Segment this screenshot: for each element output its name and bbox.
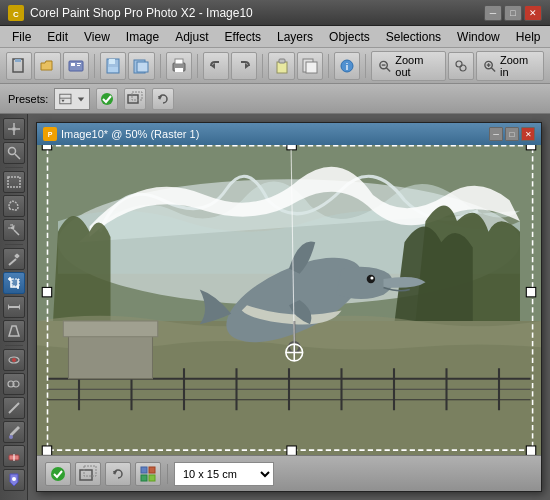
svg-rect-106 [84,466,96,476]
svg-rect-98 [287,446,296,455]
svg-rect-85 [63,321,158,337]
svg-rect-15 [175,68,183,72]
tool-freehand-select[interactable] [3,195,25,217]
tool-pan[interactable] [3,118,25,140]
tool-crop[interactable] [3,272,25,294]
image-minimize-button[interactable]: ─ [489,127,503,141]
main-toolbar: i Zoom out Zoom in [0,48,550,84]
zoom-out-button[interactable]: Zoom out [371,51,445,81]
image-maximize-button[interactable]: □ [505,127,519,141]
info-button[interactable]: i [334,52,360,80]
copy-button[interactable] [297,52,323,80]
print-button[interactable] [166,52,192,80]
title-bar: C Corel Paint Shop Pro Photo X2 - Image1… [0,0,550,26]
svg-marker-36 [78,97,84,101]
save-button[interactable] [100,52,126,80]
svg-rect-3 [15,59,21,62]
maximize-button[interactable]: □ [504,5,522,21]
dimension-selector[interactable]: 10 x 15 cm 5 x 7 cm 4 x 6 cm 8 x 10 cm [174,462,274,486]
menu-edit[interactable]: Edit [39,26,76,48]
tool-zoom-lt[interactable] [3,142,25,164]
svg-rect-19 [279,59,285,63]
new-button[interactable] [6,52,32,80]
image-options-button[interactable] [135,462,161,486]
undo-button[interactable] [203,52,229,80]
preset-confirm-button[interactable] [96,88,118,110]
svg-rect-18 [277,62,287,73]
svg-marker-54 [8,304,10,310]
svg-rect-94 [526,145,535,150]
svg-rect-105 [80,470,92,480]
image-rotate-button[interactable] [105,462,131,486]
svg-rect-9 [109,59,115,64]
menu-layers[interactable]: Layers [269,26,321,48]
preset-selector[interactable] [54,88,90,110]
svg-rect-6 [77,63,81,64]
tool-perspective[interactable] [3,320,25,342]
tool-eyedropper[interactable] [3,248,25,270]
menu-image[interactable]: Image [118,26,167,48]
svg-line-25 [387,67,391,71]
svg-rect-12 [137,62,148,72]
paste-button[interactable] [268,52,294,80]
tool-scratch-remover[interactable] [3,397,25,419]
app-icon: C [8,5,24,21]
svg-rect-38 [128,95,138,103]
tool-paint-brush[interactable] [3,421,25,443]
svg-point-62 [9,435,13,439]
svg-line-61 [9,403,19,413]
toolbar-separator-4 [262,54,263,78]
presets-bar: Presets: [0,84,550,114]
redo-button[interactable] [231,52,257,80]
menu-objects[interactable]: Objects [321,26,378,48]
minimize-button[interactable]: ─ [484,5,502,21]
menu-effects[interactable]: Effects [217,26,269,48]
image-confirm-button[interactable] [45,462,71,486]
image-transform-button[interactable] [75,462,101,486]
svg-rect-21 [306,62,317,73]
svg-line-51 [9,259,16,265]
menu-file[interactable]: File [4,26,39,48]
menu-selections[interactable]: Selections [378,26,449,48]
image-content[interactable] [37,145,541,455]
svg-rect-97 [42,446,51,455]
tool-eraser[interactable] [3,445,25,467]
svg-point-88 [370,276,373,279]
tool-clone[interactable] [3,373,25,395]
menu-window[interactable]: Window [449,26,508,48]
tool-magic-wand[interactable] [3,219,25,241]
zoom-indicator [448,52,474,80]
preset-transform-button[interactable] [124,88,146,110]
zoom-in-button[interactable]: Zoom in [476,51,544,81]
svg-rect-52 [12,279,19,286]
svg-point-28 [460,65,466,71]
preset-rotate-button[interactable] [152,88,174,110]
svg-rect-108 [141,467,147,473]
svg-line-45 [14,230,19,235]
svg-point-42 [8,148,15,155]
menu-help[interactable]: Help [508,26,549,48]
browse-button[interactable] [63,52,89,80]
open-button[interactable] [34,52,60,80]
menu-adjust[interactable]: Adjust [167,26,216,48]
tool-rectangle-select[interactable] [3,171,25,193]
tool-fill[interactable] [3,469,25,491]
svg-marker-35 [62,99,65,101]
svg-rect-39 [132,92,142,100]
toolbar-separator-3 [197,54,198,78]
image-bottom-bar: 10 x 15 cm 5 x 7 cm 4 x 6 cm 8 x 10 cm [37,455,541,491]
svg-line-49 [12,224,13,226]
menu-view[interactable]: View [76,26,118,48]
tool-straighten[interactable] [3,296,25,318]
save-copy-button[interactable] [128,52,154,80]
image-window: P Image10* @ 50% (Raster 1) ─ □ ✕ [36,122,542,492]
image-window-controls: ─ □ ✕ [489,127,535,141]
image-close-button[interactable]: ✕ [521,127,535,141]
svg-rect-5 [71,63,75,66]
svg-rect-93 [287,145,296,150]
main-area: P Image10* @ 50% (Raster 1) ─ □ ✕ [0,114,550,500]
tool-red-eye[interactable] [3,349,25,371]
left-toolbar-sep-2 [5,244,23,245]
close-button[interactable]: ✕ [524,5,542,21]
svg-rect-7 [77,65,80,66]
